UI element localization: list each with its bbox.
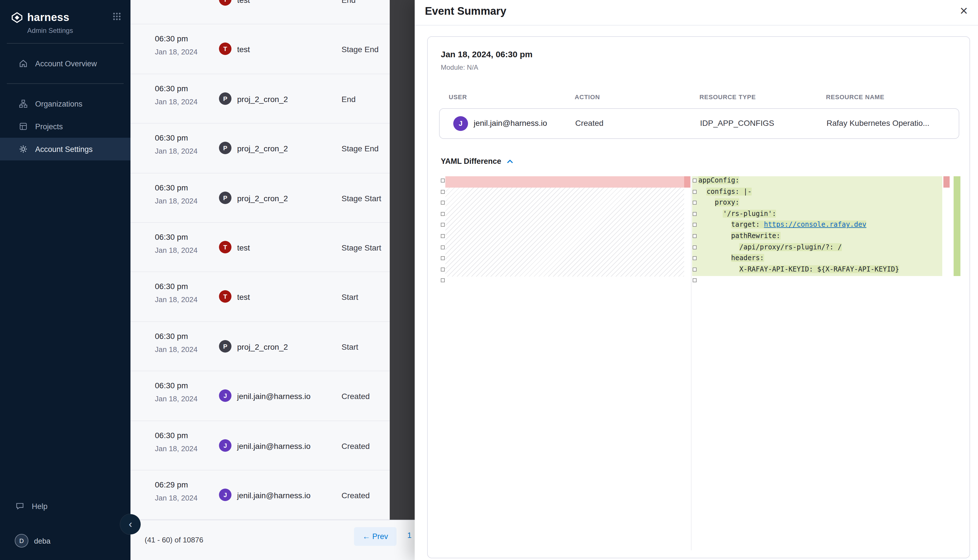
sidebar-item-help[interactable]: Help — [0, 495, 130, 517]
avatar: J — [219, 439, 231, 452]
diff-expand-marker[interactable] — [693, 256, 697, 260]
diff-expand-marker[interactable] — [693, 212, 697, 216]
gear-icon — [18, 144, 28, 154]
event-user-avatar: J — [453, 116, 468, 131]
row-timestamp: 06:30 pmJan 18, 2024 — [155, 232, 197, 255]
drawer-header: Event Summary × — [415, 0, 978, 25]
row-action: Created — [341, 441, 370, 450]
diff-expand-marker[interactable] — [441, 234, 445, 238]
yaml-line: appConfig: — [692, 176, 942, 187]
diff-expand-marker[interactable] — [441, 268, 445, 272]
row-timestamp: 06:30 pmJan 18, 2024 — [155, 183, 197, 205]
admin-settings-label: Admin Settings — [27, 27, 130, 35]
diff-expand-marker[interactable] — [441, 256, 445, 260]
diff-expand-marker[interactable] — [441, 178, 445, 183]
row-user-name: test — [237, 293, 250, 302]
event-summary-drawer: Event Summary × Jan 18, 2024, 06:30 pm M… — [415, 0, 978, 560]
diff-left-overview-removed — [684, 176, 690, 187]
event-resource-name: Rafay Kubernetes Operatio... — [826, 118, 930, 128]
row-timestamp: 06:30 pmJan 18, 2024 — [155, 430, 197, 453]
row-time: 06:30 pm — [155, 133, 197, 142]
organizations-icon — [18, 98, 28, 109]
avatar: P — [219, 92, 231, 105]
yaml-line: /api/proxy/rs-plugin/?: / — [692, 243, 942, 254]
diff-right-overview-removed — [943, 176, 950, 187]
sidebar-item-account-settings[interactable]: Account Settings — [0, 138, 130, 160]
yaml-link[interactable]: https://console.rafay.dev — [764, 221, 866, 229]
event-module: Module: N/A — [441, 63, 478, 72]
row-timestamp: 06:30 pmJan 18, 2024 — [155, 381, 197, 403]
event-table-row: J jenil.jain@harness.io Created IDP_APP_… — [439, 108, 959, 139]
drawer-title: Event Summary — [425, 5, 506, 18]
diff-expand-marker[interactable] — [693, 178, 697, 183]
diff-expand-marker[interactable] — [693, 201, 697, 205]
module-grid-icon[interactable] — [112, 12, 121, 23]
row-timestamp: 06:30 pmJan 18, 2024 — [155, 84, 197, 106]
diff-removed-line — [445, 176, 684, 187]
diff-expand-marker[interactable] — [441, 212, 445, 216]
sidebar-logo-row: harness — [0, 0, 130, 24]
diff-expand-marker[interactable] — [441, 278, 445, 283]
row-timestamp: 06:30 pmJan 18, 2024 — [155, 133, 197, 155]
chevron-up-icon[interactable] — [506, 157, 514, 165]
row-date: Jan 18, 2024 — [155, 48, 197, 57]
event-card: Jan 18, 2024, 06:30 pm Module: N/A USER … — [427, 36, 970, 558]
yaml-token: /api/proxy/rs-plugin/?: / — [739, 243, 842, 251]
modal-scrim[interactable] — [390, 0, 415, 520]
event-action: Created — [575, 118, 604, 128]
diff-pane-divider[interactable] — [691, 176, 692, 550]
help-label: Help — [32, 502, 48, 510]
yaml-diff-editor: appConfig: configs: |- proxy: '/rs-plugi… — [440, 176, 962, 550]
diff-expand-marker[interactable] — [693, 190, 697, 193]
diff-expand-marker[interactable] — [693, 278, 697, 283]
right-gutter — [693, 176, 698, 290]
sidebar-item-organizations[interactable]: Organizations — [0, 92, 130, 115]
sidebar-item-label: Account Overview — [35, 59, 97, 68]
diff-expand-marker[interactable] — [441, 223, 445, 227]
row-timestamp: 06:30 pmJan 18, 2024 — [155, 34, 197, 57]
avatar: T — [219, 241, 231, 253]
row-date: Jan 18, 2024 — [155, 345, 197, 353]
brand-name: harness — [27, 11, 70, 24]
sidebar-user[interactable]: D deba — [0, 534, 130, 548]
row-user-name: proj_2_cron_2 — [237, 144, 288, 153]
row-user-name: proj_2_cron_2 — [237, 95, 288, 104]
sidebar-item-account-overview[interactable]: Account Overview — [0, 52, 130, 75]
sidebar-item-label: Account Settings — [35, 145, 93, 153]
diff-expand-marker[interactable] — [693, 268, 697, 272]
avatar: P — [219, 340, 231, 352]
row-action: Stage End — [341, 45, 379, 54]
row-date: Jan 18, 2024 — [155, 444, 197, 453]
diff-expand-marker[interactable] — [441, 245, 445, 249]
diff-expand-marker[interactable] — [441, 190, 445, 193]
col-header-resource-name: RESOURCE NAME — [826, 93, 884, 100]
sidebar-item-projects[interactable]: Projects — [0, 115, 130, 138]
sidebar-divider — [7, 43, 124, 43]
diff-added-lines: appConfig: configs: |- proxy: '/rs-plugi… — [692, 176, 942, 276]
row-action: Created — [341, 491, 370, 500]
yaml-line: target: https://console.rafay.dev — [692, 221, 942, 232]
diff-expand-marker[interactable] — [693, 223, 697, 227]
diff-expand-marker[interactable] — [693, 234, 697, 238]
row-date: Jan 18, 2024 — [155, 395, 197, 403]
row-time: 06:30 pm — [155, 381, 197, 390]
diff-expand-marker[interactable] — [441, 201, 445, 205]
col-header-resource-type: RESOURCE TYPE — [699, 93, 756, 100]
sidebar-collapse-toggle[interactable]: ‹ — [120, 514, 141, 535]
page-1-button[interactable]: 1 — [407, 531, 411, 540]
row-user-name: test — [237, 0, 250, 5]
prev-page-button[interactable]: ← Prev — [354, 527, 396, 546]
row-time: 06:30 pm — [155, 232, 197, 242]
sidebar-item-label: Projects — [35, 122, 63, 131]
sidebar: harness Admin Settings Account Overview … — [0, 0, 130, 560]
close-icon[interactable]: × — [955, 2, 972, 19]
avatar: T — [219, 290, 231, 303]
event-user: jenil.jain@harness.io — [474, 118, 547, 128]
avatar: J — [219, 488, 231, 501]
home-icon — [18, 58, 28, 68]
row-action: Start — [341, 342, 358, 351]
row-time: 06:30 pm — [155, 430, 197, 440]
yaml-line: headers: — [692, 254, 942, 265]
yaml-token: '/rs-plugin': — [723, 210, 776, 218]
diff-expand-marker[interactable] — [693, 245, 697, 249]
